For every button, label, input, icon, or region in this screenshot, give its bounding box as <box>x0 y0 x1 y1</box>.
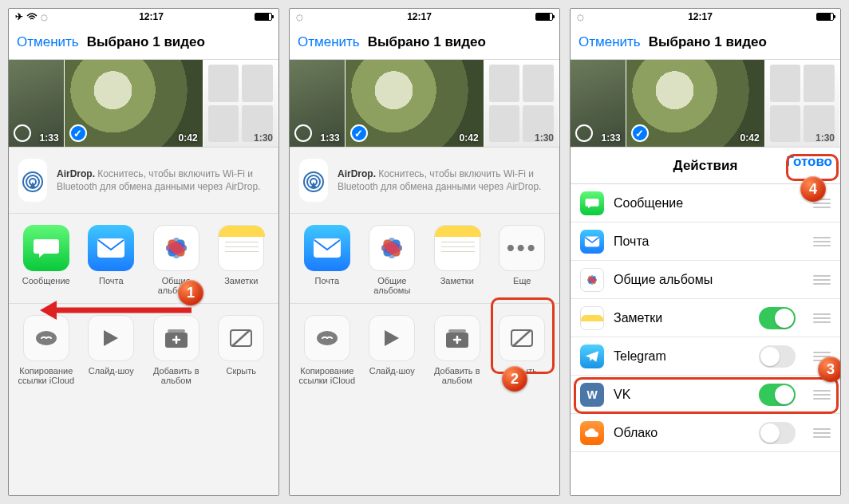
cancel-button[interactable]: Отменить <box>17 34 79 50</box>
reorder-grip[interactable] <box>813 275 831 285</box>
cancel-button[interactable]: Отменить <box>579 34 641 50</box>
action-hide[interactable]: Скрыть <box>209 315 274 385</box>
phone-panel-3: ◌ 12:17 Отменить Выбрано 1 видео 1:33 0:… <box>570 8 841 496</box>
app-label: Заметки <box>224 276 258 295</box>
action-slideshow[interactable]: Слайд-шоу <box>360 315 425 385</box>
reorder-grip[interactable] <box>813 352 831 361</box>
app-notes[interactable]: Заметки <box>424 225 490 295</box>
app-mail[interactable]: Почта <box>294 225 360 295</box>
action-add-album[interactable]: Добавить в альбом <box>424 315 490 385</box>
action-copy-link[interactable]: Копирование ссылки iCloud <box>14 315 79 385</box>
select-circle-checked[interactable] <box>69 124 87 142</box>
duration: 1:30 <box>535 132 554 144</box>
toggle-telegram[interactable] <box>759 345 796 368</box>
list-item-vk[interactable]: W VK <box>571 376 840 414</box>
app-label: Заметки <box>440 276 474 295</box>
action-label: Скрыть <box>507 366 537 385</box>
select-circle-checked[interactable] <box>350 124 368 142</box>
list-item-mail[interactable]: Почта <box>571 222 840 261</box>
app-more[interactable]: ••• Еще <box>490 225 555 295</box>
actions-list: Сообщение Почта Общие альбомы Заметки <box>571 184 840 452</box>
item-name: Сообщение <box>614 196 796 211</box>
list-item-notes[interactable]: Заметки <box>571 299 840 337</box>
reorder-grip[interactable] <box>813 313 831 323</box>
select-circle[interactable] <box>575 124 593 142</box>
list-item-shared-albums[interactable]: Общие альбомы <box>571 261 840 299</box>
airdrop-row[interactable]: AirDrop. Коснитесь, чтобы включить Wi-Fi… <box>9 148 278 214</box>
page-title: Выбрано 1 видео <box>368 34 486 50</box>
action-hide[interactable]: Скрыть <box>490 315 555 385</box>
mail-icon <box>580 230 604 254</box>
reorder-grip[interactable] <box>813 199 831 208</box>
toggle-cloud[interactable] <box>759 422 796 444</box>
messages-icon <box>580 191 604 215</box>
thumbnail-3[interactable]: 1:30 <box>484 60 559 147</box>
airdrop-icon <box>18 159 47 202</box>
actions-row[interactable]: Копирование ссылки iCloud Слайд-шоу Доба… <box>290 304 559 393</box>
thumbnail-3[interactable]: 1:30 <box>765 60 840 147</box>
toggle-vk[interactable] <box>759 384 796 406</box>
thumbnails-row[interactable]: 1:33 0:42 1:30 <box>9 60 278 148</box>
app-label: Почта <box>314 276 339 295</box>
app-mail[interactable]: Почта <box>79 225 144 295</box>
thumbnail-1[interactable]: 1:33 <box>290 60 346 147</box>
action-add-album[interactable]: Добавить в альбом <box>144 315 209 385</box>
select-circle[interactable] <box>14 124 31 142</box>
app-label: Сообщение <box>22 276 70 295</box>
reorder-grip[interactable] <box>813 390 831 400</box>
add-album-icon <box>153 315 199 361</box>
status-bar: ◌ 12:17 <box>571 9 840 25</box>
thumbnails-row[interactable]: 1:33 0:42 1:30 <box>571 60 840 148</box>
item-name: Заметки <box>614 311 749 325</box>
list-item-messages[interactable]: Сообщение <box>571 184 840 222</box>
item-name: VK <box>614 388 749 402</box>
thumbnail-1[interactable]: 1:33 <box>9 60 65 147</box>
svg-rect-21 <box>314 238 341 258</box>
cancel-button[interactable]: Отменить <box>298 34 360 50</box>
svg-rect-14 <box>168 329 185 333</box>
phone-panel-2: ◌ 12:17 Отменить Выбрано 1 видео 1:33 0:… <box>289 8 560 496</box>
app-shared-albums[interactable]: Общие альбомы <box>360 225 425 295</box>
page-title: Выбрано 1 видео <box>649 34 767 50</box>
thumbnail-2[interactable]: 0:42 <box>346 60 484 147</box>
airdrop-row[interactable]: AirDrop. Коснитесь, чтобы включить Wi-Fi… <box>290 148 559 214</box>
app-shared-albums[interactable]: Общие альбомы <box>144 225 209 295</box>
reorder-grip[interactable] <box>813 428 831 438</box>
select-circle[interactable] <box>294 124 312 142</box>
loading-icon: ◌ <box>41 13 48 22</box>
thumbnail-3[interactable]: 1:30 <box>203 60 278 147</box>
thumbnails-row[interactable]: 1:33 0:42 1:30 <box>290 60 559 148</box>
manage-title: Действия <box>673 158 738 174</box>
action-slideshow[interactable]: Слайд-шоу <box>79 315 144 385</box>
item-name: Почта <box>614 234 796 249</box>
airdrop-icon <box>299 159 328 202</box>
svg-line-16 <box>232 330 250 346</box>
apps-row[interactable]: Почта Общие альбомы Заметки ••• <box>290 214 559 304</box>
thumbnail-2[interactable]: 0:42 <box>626 60 765 147</box>
play-icon <box>369 315 415 361</box>
action-label: Добавить в альбом <box>144 366 209 385</box>
app-messages[interactable]: Сообщение <box>14 225 79 295</box>
list-item-telegram[interactable]: Telegram <box>571 337 840 376</box>
airplane-icon: ✈ <box>15 11 23 22</box>
app-notes[interactable]: Заметки <box>209 225 274 295</box>
nav-bar: Отменить Выбрано 1 видео <box>9 25 278 60</box>
svg-rect-32 <box>448 329 466 333</box>
app-label: Почта <box>99 276 124 295</box>
toggle-notes[interactable] <box>759 307 796 329</box>
notes-icon <box>218 225 264 271</box>
loading-icon: ◌ <box>577 13 584 22</box>
action-copy-link[interactable]: Копирование ссылки iCloud <box>294 315 360 385</box>
action-label: Копирование ссылки iCloud <box>294 366 360 385</box>
done-button[interactable]: Готово <box>786 154 832 170</box>
select-circle-checked[interactable] <box>631 124 649 142</box>
actions-row[interactable]: Копирование ссылки iCloud Слайд-шоу Доба… <box>9 304 278 393</box>
thumbnail-1[interactable]: 1:33 <box>571 60 626 147</box>
reorder-grip[interactable] <box>813 237 831 246</box>
airdrop-text: AirDrop. Коснитесь, чтобы включить Wi-Fi… <box>57 167 269 193</box>
thumbnail-2[interactable]: 0:42 <box>65 60 203 147</box>
battery-icon <box>535 13 553 21</box>
list-item-cloud[interactable]: Облако <box>571 414 840 452</box>
hide-icon <box>499 315 545 361</box>
apps-row[interactable]: Сообщение Почта <box>9 214 278 304</box>
